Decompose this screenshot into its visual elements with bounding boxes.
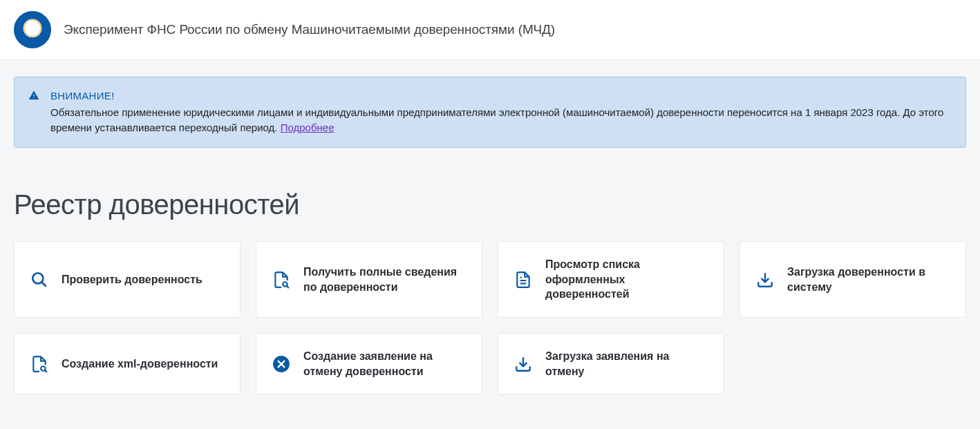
create-revoke-card[interactable]: Создание заявление на отмену доверенност… — [256, 333, 482, 394]
card-label: Создание xml-доверенности — [62, 356, 218, 372]
magnify-icon — [30, 270, 49, 289]
app-header: Эксперимент ФНС России по обмену Машиноч… — [0, 0, 980, 60]
upload-revoke-card[interactable]: Загрузка заявления на отмену — [498, 333, 724, 394]
alert-title: ВНИМАНИЕ! — [50, 88, 952, 104]
doc-search-icon — [30, 354, 49, 374]
svg-point-0 — [32, 273, 43, 283]
svg-line-3 — [287, 286, 289, 288]
svg-point-2 — [283, 282, 288, 287]
svg-line-9 — [45, 370, 47, 372]
alert-text: Обязательное применение юридическими лиц… — [50, 106, 943, 133]
svg-line-1 — [42, 282, 46, 286]
download-icon — [755, 270, 775, 289]
view-list-card[interactable]: Просмотр списка оформленных доверенносте… — [498, 241, 724, 318]
fns-logo — [14, 11, 51, 48]
page-title: Реестр доверенностей — [14, 189, 966, 220]
doc-search-icon — [272, 270, 291, 289]
card-label: Загрузка заявления на отмену — [545, 349, 708, 379]
main-content: ВНИМАНИЕ! Обязательное применение юридич… — [0, 60, 980, 422]
card-label: Просмотр списка оформленных доверенносте… — [545, 257, 708, 302]
alert-more-link[interactable]: Подробнее — [281, 122, 334, 133]
check-poa-card[interactable]: Проверить доверенность — [14, 241, 241, 318]
doc-lines-icon — [513, 270, 533, 289]
alert-body: ВНИМАНИЕ! Обязательное применение юридич… — [50, 88, 952, 135]
upload-poa-card[interactable]: Загрузка доверенности в систему — [739, 241, 966, 318]
attention-alert: ВНИМАНИЕ! Обязательное применение юридич… — [14, 77, 966, 148]
card-label: Создание заявление на отмену доверенност… — [303, 349, 467, 379]
app-title: Эксперимент ФНС России по обмену Машиноч… — [64, 22, 555, 37]
action-cards: Проверить доверенностьПолучить полные св… — [14, 241, 966, 394]
svg-point-8 — [41, 366, 45, 371]
get-full-info-card[interactable]: Получить полные сведения по доверенности — [256, 241, 482, 318]
download-icon — [513, 354, 533, 374]
warning-icon — [28, 90, 39, 104]
create-xml-card[interactable]: Создание xml-доверенности — [14, 333, 241, 394]
card-label: Проверить доверенность — [62, 272, 202, 287]
card-label: Загрузка доверенности в систему — [787, 265, 950, 294]
cancel-circle-icon — [272, 354, 291, 374]
card-label: Получить полные сведения по доверенности — [303, 265, 467, 294]
